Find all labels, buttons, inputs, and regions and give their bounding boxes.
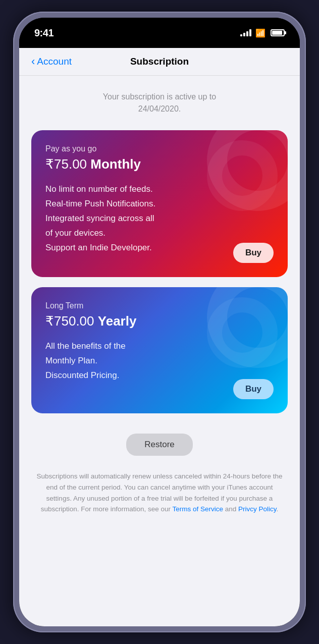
monthly-plan-card: Pay as you go ₹75.00 Monthly No limit on… xyxy=(31,130,288,277)
back-button[interactable]: ‹ Account xyxy=(31,56,72,67)
yearly-plan-price: ₹750.00 Yearly xyxy=(45,313,274,329)
yearly-plan-card: Long Term ₹750.00 Yearly All the benefit… xyxy=(31,287,288,413)
privacy-policy-link[interactable]: Privcy Policy xyxy=(238,505,277,513)
footer-period: . xyxy=(277,505,279,513)
status-icons: 📶 xyxy=(240,28,285,38)
footer-and: and xyxy=(223,505,238,513)
plans-container: Pay as you go ₹75.00 Monthly No limit on… xyxy=(19,125,300,418)
subscription-status-text: Your subscription is active up to24/04/2… xyxy=(103,92,216,113)
status-time: 9:41 xyxy=(34,27,54,39)
yearly-plan-type: Long Term xyxy=(45,301,274,310)
yearly-plan-features: All the benefits of the Monthly Plan. Di… xyxy=(45,339,274,383)
monthly-plan-price: ₹75.00 Monthly xyxy=(45,156,274,172)
battery-icon xyxy=(271,29,285,36)
phone-frame: 9:41 📶 ‹ Account xyxy=(13,12,306,632)
screen-content: ‹ Account Subscription Your subscription… xyxy=(19,48,300,626)
status-bar: 9:41 📶 xyxy=(19,18,300,48)
back-label: Account xyxy=(37,56,72,67)
monthly-plan-type: Pay as you go xyxy=(45,144,274,153)
monthly-buy-button[interactable]: Buy xyxy=(233,243,274,263)
footer-text: Subscriptions will automatically renew u… xyxy=(19,466,300,534)
yearly-buy-button[interactable]: Buy xyxy=(233,379,274,399)
signal-icon xyxy=(240,29,251,36)
terms-of-service-link[interactable]: Terms of Service xyxy=(173,505,224,513)
wifi-icon: 📶 xyxy=(255,28,265,38)
back-chevron-icon: ‹ xyxy=(31,56,35,67)
restore-button[interactable]: Restore xyxy=(126,434,193,456)
phone-inner: 9:41 📶 ‹ Account xyxy=(19,18,300,626)
subscription-status: Your subscription is active up to24/04/2… xyxy=(19,76,300,125)
nav-title: Subscription xyxy=(130,56,189,67)
nav-bar: ‹ Account Subscription xyxy=(19,48,300,76)
restore-section: Restore xyxy=(19,418,300,466)
